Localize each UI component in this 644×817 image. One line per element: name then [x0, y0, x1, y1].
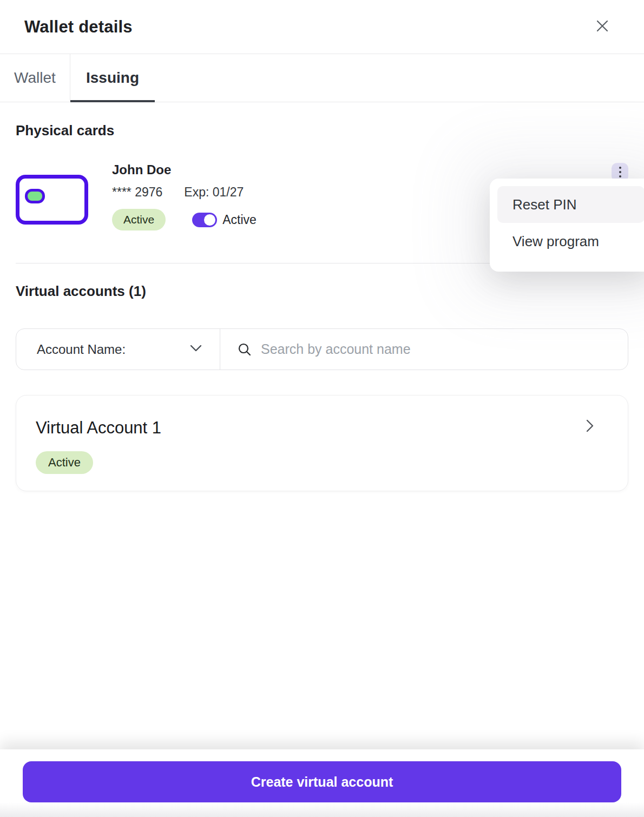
physical-cards-heading: Physical cards	[16, 122, 628, 139]
content: Physical cards John Doe **** 2976 Exp: 0…	[0, 122, 644, 491]
card-holder-name: John Doe	[112, 163, 257, 177]
card-icon	[16, 175, 88, 225]
kebab-menu-icon	[619, 167, 621, 177]
close-button[interactable]	[592, 16, 613, 38]
filter-label: Account Name:	[37, 342, 126, 357]
card-status-row: Active Active	[112, 209, 257, 230]
create-virtual-account-button[interactable]: Create virtual account	[23, 761, 621, 802]
search-icon	[238, 342, 252, 357]
toggle-knob	[204, 214, 215, 226]
virtual-account-status-badge: Active	[36, 451, 93, 474]
tab-issuing[interactable]: Issuing	[70, 54, 155, 102]
tab-bar: Wallet Issuing	[0, 54, 644, 102]
card-details: **** 2976 Exp: 01/27	[112, 185, 257, 200]
toggle-label: Active	[222, 213, 257, 227]
search-area	[220, 329, 628, 370]
page-title: Wallet details	[24, 17, 133, 37]
status-badge: Active	[112, 209, 166, 230]
search-input[interactable]	[261, 341, 628, 357]
chevron-down-icon	[190, 345, 202, 354]
footer: Create virtual account	[0, 749, 644, 817]
menu-item-reset-pin[interactable]: Reset PIN	[497, 186, 644, 223]
virtual-account-name: Virtual Account 1	[36, 418, 628, 438]
card-chip-icon	[25, 189, 45, 203]
card-expiry: Exp: 01/27	[184, 185, 244, 200]
tab-wallet[interactable]: Wallet	[0, 54, 70, 102]
card-active-toggle[interactable]	[192, 213, 217, 227]
wallet-details-panel: Wallet details Wallet Issuing Physical c…	[0, 0, 644, 817]
account-name-filter-dropdown[interactable]: Account Name:	[16, 329, 220, 370]
card-context-menu: Reset PIN View program	[490, 179, 644, 272]
chevron-right-icon	[586, 418, 594, 436]
filter-bar: Account Name:	[16, 328, 628, 370]
header: Wallet details	[0, 0, 644, 54]
card-info: John Doe **** 2976 Exp: 01/27 Active Act…	[112, 163, 257, 230]
card-masked-number: **** 2976	[112, 185, 162, 200]
menu-item-view-program[interactable]: View program	[497, 223, 644, 260]
virtual-account-card[interactable]: Virtual Account 1 Active	[16, 395, 628, 491]
close-icon	[595, 18, 610, 35]
virtual-accounts-heading: Virtual accounts (1)	[16, 283, 628, 300]
